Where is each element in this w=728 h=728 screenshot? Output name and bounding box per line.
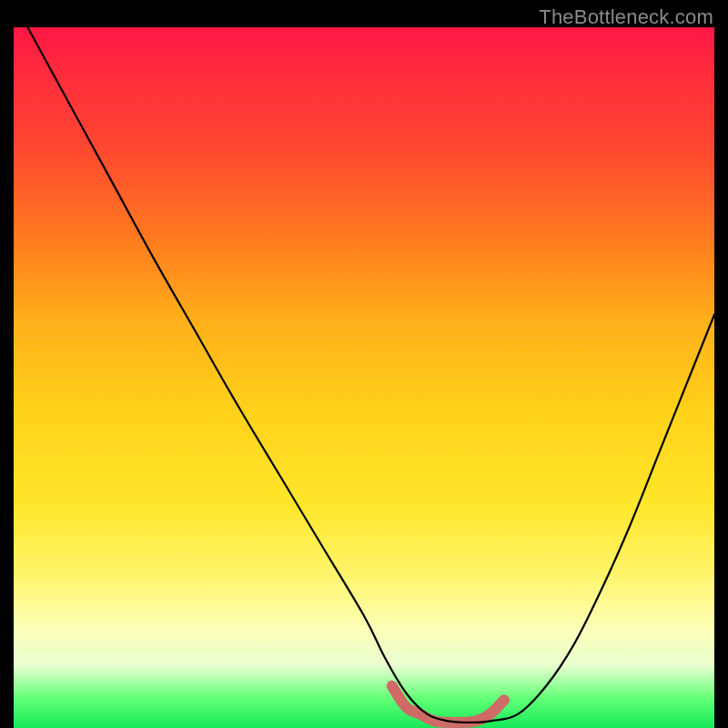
chart-frame [14, 27, 714, 728]
chart-svg [14, 27, 714, 728]
plot-area [14, 27, 714, 728]
attribution-label: TheBottleneck.com [539, 5, 713, 29]
highlight-curve [392, 686, 504, 723]
bottleneck-curve [27, 27, 714, 723]
